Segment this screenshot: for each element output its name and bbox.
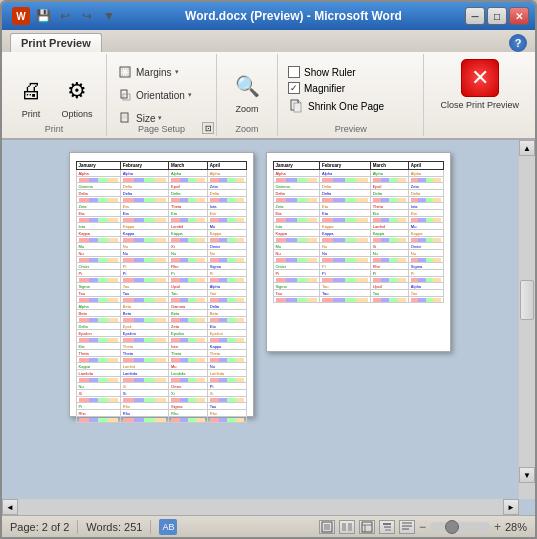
table-cell: Rho bbox=[120, 410, 168, 417]
help-button[interactable]: ? bbox=[509, 34, 527, 52]
svg-rect-15 bbox=[324, 524, 330, 530]
table-cell: Eta bbox=[370, 210, 408, 217]
table-cell: Mu bbox=[408, 223, 443, 230]
col-header-mar-p2: March bbox=[370, 162, 408, 170]
status-right-area: − + 28% bbox=[319, 520, 527, 534]
zoom-button[interactable]: 🔍 Zoom bbox=[225, 66, 269, 118]
col-header-feb-p2: February bbox=[320, 162, 371, 170]
page-setup-group: Margins ▾ Orientation ▾ bbox=[107, 54, 217, 136]
office-button[interactable]: W bbox=[12, 7, 30, 25]
table-cell: Kappa bbox=[320, 230, 371, 237]
margins-button[interactable]: Margins ▾ bbox=[113, 62, 210, 82]
table-cell: Rho bbox=[76, 410, 120, 417]
table-cell: Beta bbox=[120, 303, 168, 310]
table-cell: Nu bbox=[169, 250, 208, 257]
show-ruler-checkbox[interactable] bbox=[288, 66, 300, 78]
doc-table-page2: January February March April AlphaAlphaA… bbox=[273, 161, 444, 303]
table-cell: Nu bbox=[273, 250, 320, 257]
table-cell: Kappa bbox=[76, 363, 120, 370]
table-cell: Xi bbox=[169, 243, 208, 250]
col-header-jan-p2: January bbox=[273, 162, 320, 170]
table-cell: Zeta bbox=[207, 183, 246, 190]
undo-quick-btn[interactable]: ↩ bbox=[56, 7, 74, 25]
scroll-track-horizontal[interactable] bbox=[18, 499, 503, 515]
col-header-apr-p1: April bbox=[207, 162, 246, 170]
size-dropdown-arrow: ▾ bbox=[158, 114, 162, 122]
table-cell bbox=[207, 417, 246, 423]
zoom-thumb[interactable] bbox=[445, 520, 459, 534]
scroll-thumb-vertical[interactable] bbox=[520, 280, 534, 320]
scroll-track-vertical[interactable] bbox=[519, 156, 535, 467]
table-cell: Zeta bbox=[169, 323, 208, 330]
table-cell: Nu bbox=[207, 363, 246, 370]
table-cell: Sigma bbox=[273, 283, 320, 290]
table-cell: Zeta bbox=[408, 183, 443, 190]
table-cell: Sigma bbox=[76, 283, 120, 290]
print-layout-view-button[interactable] bbox=[319, 520, 335, 534]
options-button[interactable]: ⚙ Options bbox=[56, 72, 98, 122]
draft-view-button[interactable] bbox=[399, 520, 415, 534]
table-cell: Eta bbox=[120, 203, 168, 210]
magnifier-checkbox[interactable]: ✓ bbox=[288, 82, 300, 94]
print-buttons: 🖨 Print ⚙ Options bbox=[10, 62, 98, 132]
show-ruler-label: Show Ruler bbox=[304, 67, 356, 78]
margins-icon bbox=[117, 64, 133, 80]
table-cell: Eta bbox=[120, 210, 168, 217]
table-cell: Kappa bbox=[370, 230, 408, 237]
svg-rect-7 bbox=[121, 113, 128, 122]
outline-view-button[interactable] bbox=[379, 520, 395, 534]
table-cell: Kappa bbox=[169, 230, 208, 237]
zoom-minus-button[interactable]: − bbox=[419, 520, 426, 534]
table-cell: Gamma bbox=[169, 303, 208, 310]
redo-quick-btn[interactable]: ↪ bbox=[78, 7, 96, 25]
save-quick-btn[interactable]: 💾 bbox=[34, 7, 52, 25]
table-cell: Delta bbox=[207, 303, 246, 310]
page-setup-group-label: Page Setup bbox=[107, 124, 216, 134]
close-print-preview-button[interactable]: ✕ Close Print Preview bbox=[430, 53, 529, 125]
language-button[interactable]: AB bbox=[159, 519, 177, 535]
vertical-scrollbar[interactable]: ▲ ▼ bbox=[519, 140, 535, 499]
table-cell: Beta bbox=[120, 310, 168, 317]
table-cell: Tau bbox=[273, 290, 320, 297]
scroll-down-button[interactable]: ▼ bbox=[519, 467, 535, 483]
scroll-right-button[interactable]: ► bbox=[503, 499, 519, 515]
table-cell bbox=[273, 297, 320, 303]
table-cell bbox=[320, 297, 371, 303]
web-layout-view-button[interactable] bbox=[359, 520, 375, 534]
table-cell: Mu bbox=[76, 243, 120, 250]
status-separator-2 bbox=[150, 520, 151, 534]
customize-quick-btn[interactable]: ▼ bbox=[100, 7, 118, 25]
scroll-up-button[interactable]: ▲ bbox=[519, 140, 535, 156]
close-print-group: ✕ Close Print Preview bbox=[424, 54, 535, 136]
scroll-left-button[interactable]: ◄ bbox=[2, 499, 18, 515]
print-button[interactable]: 🖨 Print bbox=[10, 72, 52, 122]
table-cell: Eta bbox=[320, 210, 371, 217]
table-cell: Pi bbox=[273, 270, 320, 277]
table-cell: Lambda bbox=[207, 370, 246, 377]
table-cell: Delta bbox=[76, 190, 120, 197]
shrink-one-page-row: Shrink One Page bbox=[288, 98, 417, 114]
table-cell: Eta bbox=[76, 343, 120, 350]
tab-print-preview[interactable]: Print Preview bbox=[10, 33, 102, 52]
table-cell: Xi bbox=[120, 390, 168, 397]
svg-rect-16 bbox=[342, 523, 346, 531]
table-cell: Pi bbox=[120, 263, 168, 270]
close-window-button[interactable]: ✕ bbox=[509, 7, 529, 25]
orientation-dropdown-arrow: ▾ bbox=[188, 91, 192, 99]
maximize-button[interactable]: □ bbox=[487, 7, 507, 25]
horizontal-scrollbar[interactable]: ◄ ► bbox=[2, 499, 519, 515]
table-cell: Tau bbox=[320, 290, 371, 297]
table-cell: Delta bbox=[120, 183, 168, 190]
zoom-plus-button[interactable]: + bbox=[494, 520, 501, 534]
table-cell: Kappa bbox=[120, 223, 168, 230]
table-cell: Xi bbox=[120, 383, 168, 390]
full-reading-view-button[interactable] bbox=[339, 520, 355, 534]
minimize-button[interactable]: ─ bbox=[465, 7, 485, 25]
table-cell: Beta bbox=[169, 310, 208, 317]
zoom-slider[interactable] bbox=[430, 522, 490, 532]
table-cell: Lambda bbox=[76, 370, 120, 377]
orientation-button[interactable]: Orientation ▾ bbox=[113, 85, 210, 105]
table-cell: Rho bbox=[207, 410, 246, 417]
table-cell: Alpha bbox=[273, 170, 320, 177]
table-cell: Lambd bbox=[370, 223, 408, 230]
